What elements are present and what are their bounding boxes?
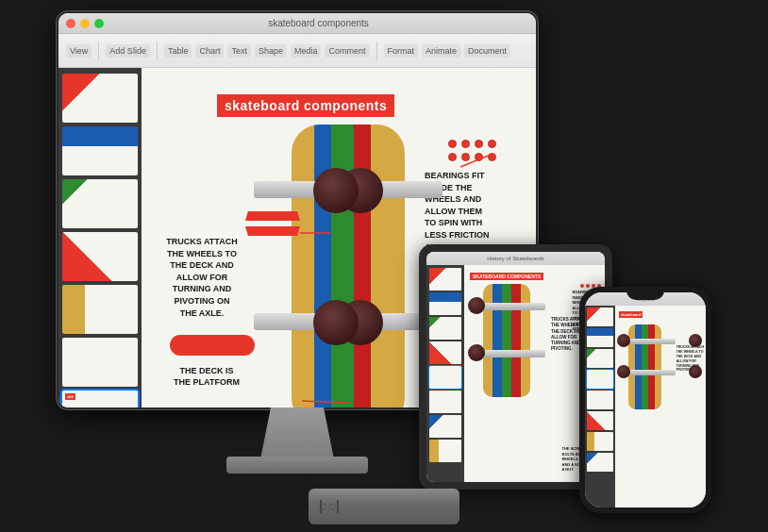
keynote-toolbar: View Add Slide Table Chart Text Shape Me… bbox=[58, 34, 536, 68]
format-button[interactable]: Format bbox=[384, 44, 419, 58]
port-2 bbox=[329, 504, 336, 510]
comment-button[interactable]: Comment bbox=[325, 44, 369, 58]
trucks-label: TRUCKS ATTACHTHE WHEELS TOTHE DECK ANDAL… bbox=[155, 236, 249, 319]
iphone-thumb-4[interactable] bbox=[587, 391, 613, 409]
ipad-content: SKATEBOARD COMPONENTS TRUCKS AT bbox=[426, 265, 605, 482]
iphone-notch bbox=[626, 287, 664, 300]
bearing-dot-5 bbox=[448, 153, 457, 161]
wheel-bottom-right bbox=[313, 300, 359, 345]
deck-icon bbox=[170, 335, 255, 356]
port-1 bbox=[320, 504, 326, 510]
skateboard-deck bbox=[292, 125, 405, 407]
minimize-button[interactable] bbox=[80, 19, 90, 28]
toolbar-sep-2 bbox=[157, 42, 158, 60]
ipad-titlebar: History of Skateboards bbox=[426, 252, 605, 265]
ipad-screen: History of Skateboards SKATEBOARD COMPON… bbox=[426, 252, 605, 482]
slide-thumb-1[interactable] bbox=[62, 74, 138, 123]
truck-icon-bottom bbox=[245, 226, 300, 236]
slides-panel[interactable]: sk8 bbox=[58, 68, 142, 407]
bearing-dot-3 bbox=[475, 140, 483, 148]
monitor-base bbox=[226, 457, 368, 474]
media-button[interactable]: Media bbox=[291, 44, 322, 58]
monitor-stand bbox=[259, 407, 335, 464]
iphone-thumb-5[interactable] bbox=[587, 411, 613, 430]
window-title: skateboard components bbox=[109, 18, 528, 28]
ipad-thumb-7[interactable] bbox=[429, 440, 461, 462]
bearing-dot-2 bbox=[461, 140, 470, 148]
truck-icon-top bbox=[245, 211, 300, 221]
ipad-thumb-1[interactable] bbox=[429, 268, 461, 291]
titlebar: skateboard components bbox=[58, 13, 536, 34]
deck-label: THE DECK ISTHE PLATFORM bbox=[155, 365, 259, 389]
ipad-wheel-1 bbox=[468, 297, 485, 314]
bearing-dot-1 bbox=[448, 140, 457, 148]
ipad-thumb-3[interactable] bbox=[429, 317, 461, 340]
ipad-b1 bbox=[580, 284, 584, 288]
iphone-deck bbox=[628, 324, 661, 409]
iphone-screen: Keynote skateboard bbox=[585, 292, 706, 507]
ipad-thumb-active[interactable] bbox=[429, 366, 461, 389]
table-button[interactable]: Table bbox=[164, 44, 192, 58]
wheel-top-right bbox=[313, 168, 359, 213]
text-button[interactable]: Text bbox=[227, 44, 251, 58]
slide-thumb-3[interactable] bbox=[62, 179, 138, 228]
ipad-thumb-4[interactable] bbox=[429, 341, 461, 364]
ipad-deck bbox=[483, 284, 530, 397]
ipad-b2 bbox=[586, 284, 590, 288]
ipad-thumb-6[interactable] bbox=[429, 415, 461, 438]
document-button[interactable]: Document bbox=[464, 44, 510, 58]
add-slide-button[interactable]: Add Slide bbox=[106, 44, 150, 58]
iphone-slides-panel bbox=[585, 306, 615, 507]
slide-thumb-active[interactable]: sk8 bbox=[62, 391, 138, 407]
toolbar-sep-3 bbox=[376, 42, 377, 60]
ipad-thumb-2[interactable] bbox=[429, 292, 461, 315]
iphone-wheel-1 bbox=[617, 334, 630, 347]
close-button[interactable] bbox=[66, 19, 75, 28]
bearing-dots-row1 bbox=[448, 140, 496, 148]
iphone-thumb-3[interactable] bbox=[587, 349, 613, 368]
iphone-thumb-1[interactable] bbox=[587, 308, 613, 326]
shape-button[interactable]: Shape bbox=[255, 44, 287, 58]
iphone-slide-label: skateboard bbox=[619, 311, 643, 318]
slide-thumb-2[interactable] bbox=[62, 126, 138, 175]
iphone-trucks-label: TRUCKS ATTACHTHE WHEELS TOTHE DECK ANDAL… bbox=[676, 345, 704, 373]
chart-button[interactable]: Chart bbox=[195, 44, 224, 58]
iphone-content: skateboard TRUCKS ATTACHTHE WHEELS TOTHE… bbox=[585, 306, 706, 507]
mac-mini bbox=[309, 489, 459, 524]
slide-thumb-6[interactable] bbox=[62, 338, 138, 387]
iphone-thumb-active[interactable] bbox=[587, 370, 613, 389]
skateboard-container bbox=[283, 96, 413, 398]
ipad-thumb-5[interactable] bbox=[429, 391, 461, 413]
bearing-dot-7 bbox=[475, 153, 483, 161]
bearing-dot-6 bbox=[461, 153, 470, 161]
iphone-thumb-6[interactable] bbox=[587, 432, 613, 451]
animate-button[interactable]: Animate bbox=[422, 44, 460, 58]
slide-thumb-5[interactable] bbox=[62, 285, 138, 334]
iphone: Keynote skateboard bbox=[579, 287, 711, 513]
iphone-wheel-3 bbox=[617, 365, 630, 378]
bearing-dots-row2 bbox=[448, 153, 496, 161]
iphone-thumb-2[interactable] bbox=[587, 328, 613, 347]
mac-mini-ports bbox=[320, 504, 336, 510]
trucks-icon bbox=[245, 211, 300, 236]
toolbar-sep-1 bbox=[98, 42, 99, 60]
view-button[interactable]: View bbox=[66, 44, 92, 58]
slide-thumb-4[interactable] bbox=[62, 232, 138, 281]
ipad-wheel-3 bbox=[468, 344, 485, 361]
ipad-title: History of Skateboards bbox=[487, 256, 544, 261]
ipad-slide-label: SKATEBOARD COMPONENTS bbox=[470, 273, 543, 280]
iphone-thumb-7[interactable] bbox=[587, 453, 613, 472]
maximize-button[interactable] bbox=[94, 19, 104, 28]
bearing-dot-4 bbox=[488, 140, 496, 148]
bearing-dot-8 bbox=[488, 153, 496, 161]
iphone-main-slide: skateboard TRUCKS ATTACHTHE WHEELS TOTHE… bbox=[615, 306, 706, 507]
ipad-slides-panel bbox=[426, 265, 464, 482]
